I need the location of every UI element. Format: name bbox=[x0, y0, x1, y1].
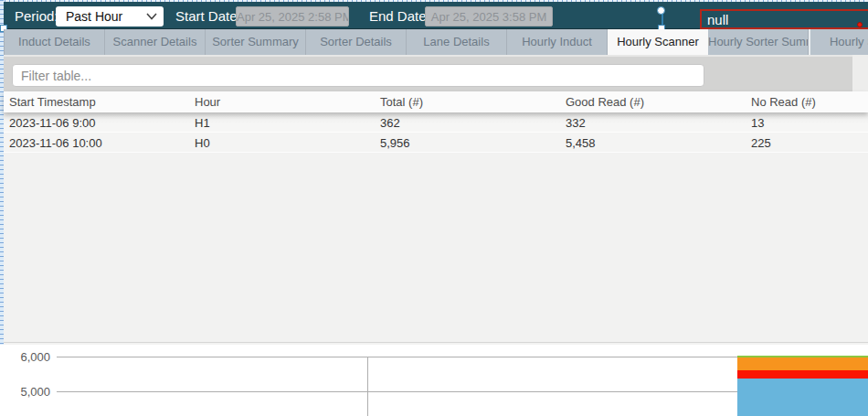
cell-no-read: 225 bbox=[746, 133, 868, 152]
period-label: Period: bbox=[15, 8, 58, 24]
tab-lane-details[interactable]: Lane Details bbox=[407, 29, 507, 55]
col-start-timestamp[interactable]: Start Timestamp bbox=[4, 91, 189, 112]
end-date-input[interactable] bbox=[425, 6, 553, 27]
table-row[interactable]: 2023-11-06 10:00 H0 5,956 5,458 225 bbox=[4, 133, 868, 153]
end-date-label: End Date: bbox=[369, 8, 430, 24]
filter-band-right-strip bbox=[852, 55, 868, 91]
tab-hourly-sorter[interactable]: Hourly Sort bbox=[809, 29, 868, 55]
cell-good-read: 5,458 bbox=[560, 133, 746, 152]
cell-start-timestamp: 2023-11-06 10:00 bbox=[4, 133, 189, 152]
period-select-value: Past Hour bbox=[56, 9, 146, 24]
cell-total: 362 bbox=[375, 112, 560, 132]
tab-scanner-details[interactable]: Scanner Details bbox=[105, 29, 206, 55]
hourly-scanner-chart: 6,000 5,000 bbox=[0, 345, 868, 416]
hourly-scanner-table: Start Timestamp Hour Total (#) Good Read… bbox=[4, 91, 868, 343]
tab-hourly-sorter-summary[interactable]: Hourly Sorter Summar bbox=[708, 29, 809, 55]
start-date-label: Start Date: bbox=[175, 8, 241, 24]
col-good-read[interactable]: Good Read (#) bbox=[560, 91, 746, 112]
tab-bar: Induct Details Scanner Details Sorter Su… bbox=[4, 29, 868, 55]
toolbar: Period: Past Hour Start Date: End Date: … bbox=[4, 2, 868, 29]
cell-good-read: 332 bbox=[560, 112, 746, 132]
designer-canvas: Period: Past Hour Start Date: End Date: … bbox=[0, 0, 868, 416]
tab-sorter-details[interactable]: Sorter Details bbox=[306, 29, 407, 55]
bar-segment-blue bbox=[737, 379, 868, 416]
bar-segment-red bbox=[737, 370, 868, 379]
cell-start-timestamp: 2023-11-06 9:00 bbox=[4, 112, 189, 132]
y-axis-tick-5000: 5,000 bbox=[12, 385, 50, 399]
stacked-bar bbox=[737, 356, 868, 416]
col-hour[interactable]: Hour bbox=[189, 91, 375, 112]
tab-sorter-summary[interactable]: Sorter Summary bbox=[206, 29, 306, 55]
y-axis-tick-6000: 6,000 bbox=[12, 350, 50, 364]
filter-table-input[interactable] bbox=[12, 64, 704, 87]
chevron-down-icon bbox=[146, 13, 157, 20]
col-total[interactable]: Total (#) bbox=[375, 91, 560, 112]
null-error-value: null bbox=[707, 12, 728, 27]
period-select[interactable]: Past Hour bbox=[56, 6, 164, 27]
tab-hourly-induct[interactable]: Hourly Induct bbox=[507, 29, 608, 55]
bar-segment-orange bbox=[737, 357, 868, 370]
tab-induct-details[interactable]: Induct Details bbox=[5, 29, 105, 55]
tab-hourly-scanner[interactable]: Hourly Scanner bbox=[608, 29, 708, 55]
null-error-field[interactable]: null bbox=[700, 9, 868, 29]
table-row[interactable]: 2023-11-06 9:00 H1 362 332 13 bbox=[4, 112, 868, 133]
filter-band bbox=[4, 55, 852, 91]
cell-total: 5,956 bbox=[375, 133, 560, 152]
cell-no-read: 13 bbox=[746, 112, 868, 132]
col-no-read[interactable]: No Read (#) bbox=[746, 91, 868, 112]
cell-hour: H0 bbox=[189, 133, 375, 152]
start-date-input[interactable] bbox=[236, 6, 349, 27]
table-header-row: Start Timestamp Hour Total (#) Good Read… bbox=[4, 91, 868, 112]
cell-hour: H1 bbox=[189, 112, 375, 132]
selection-handle-circle[interactable] bbox=[657, 6, 665, 15]
gridline-vertical bbox=[367, 357, 368, 416]
error-dot-icon bbox=[857, 22, 863, 27]
